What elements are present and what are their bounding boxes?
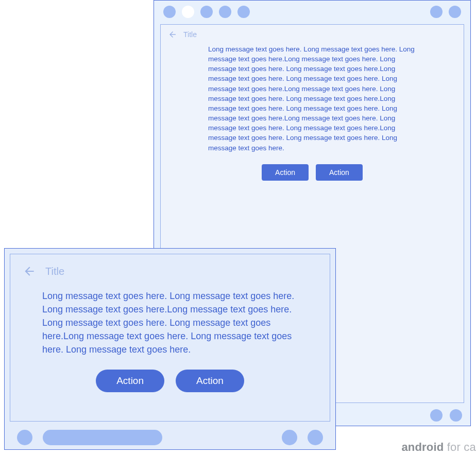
status-dot [449,6,461,18]
status-dot [237,6,250,18]
status-dot [163,6,176,18]
status-dot-active [182,6,194,18]
status-dot [430,6,443,18]
status-dot [200,6,213,18]
page-title: Title [183,30,197,39]
back-arrow-icon[interactable] [168,30,177,39]
nav-dot[interactable] [282,430,297,445]
action-button[interactable]: Action [262,164,309,181]
action-button[interactable]: Action [96,370,164,392]
title-bar: Title [23,265,317,278]
nav-dot[interactable] [430,409,443,422]
title-bar: Title [168,30,456,39]
action-button[interactable]: Action [316,164,363,181]
status-dot [219,6,231,18]
back-arrow-icon[interactable] [23,265,36,278]
status-bar [154,1,470,23]
nav-dot[interactable] [308,430,323,445]
watermark-bold: android [401,441,444,453]
bottom-nav [5,426,335,449]
watermark-text: android for ca [401,441,476,454]
app-window: Title Long message text goes here. Long … [10,254,330,422]
message-text: Long message text goes here. Long messag… [23,289,317,356]
nav-dot[interactable] [17,430,32,445]
action-button[interactable]: Action [176,370,244,392]
message-text: Long message text goes here. Long messag… [168,44,423,153]
action-row: Action Action [23,370,317,392]
nav-pill[interactable] [43,430,162,445]
watermark-rest: for ca [444,441,476,453]
action-row: Action Action [168,164,456,181]
nav-dot[interactable] [450,409,462,422]
device-frame-landscape: Title Long message text goes here. Long … [4,248,336,450]
page-title: Title [45,266,64,277]
